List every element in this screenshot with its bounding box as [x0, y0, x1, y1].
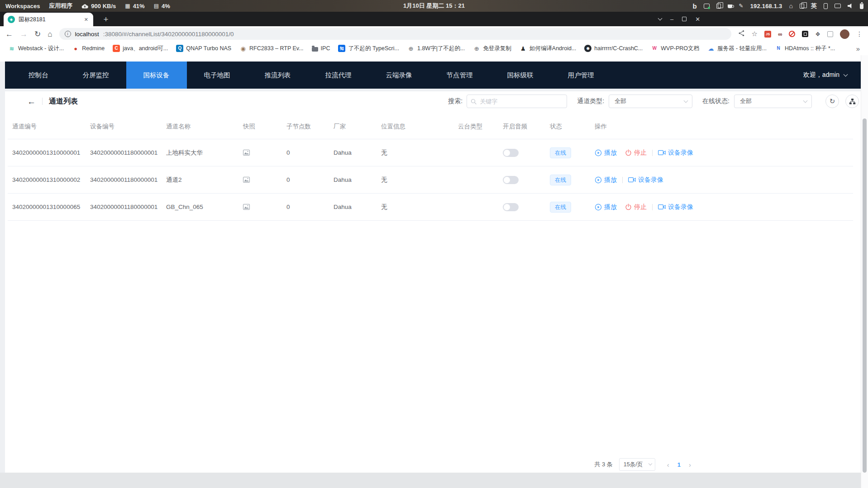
- js-extension-icon[interactable]: JS: [764, 31, 771, 38]
- page-size-select[interactable]: 15条/页: [619, 458, 655, 471]
- channel-type-select[interactable]: 全部: [609, 95, 692, 108]
- workspace-switcher-icon[interactable]: [800, 4, 804, 9]
- bookmark-label: 如何编译Android...: [529, 45, 577, 52]
- nav-item-3[interactable]: 国标设备: [126, 62, 187, 89]
- device-record-button[interactable]: 设备录像: [658, 203, 693, 211]
- new-tab-button[interactable]: +: [100, 14, 111, 25]
- window-close-button[interactable]: ✕: [695, 16, 700, 22]
- nav-item-4[interactable]: 电子地图: [187, 62, 248, 89]
- share-icon[interactable]: [738, 30, 745, 38]
- snapshot-icon[interactable]: [243, 204, 250, 210]
- bookmark-item[interactable]: Cjava、android可...: [109, 43, 172, 54]
- phone-link-icon[interactable]: [824, 3, 828, 9]
- bookmark-star-icon[interactable]: ☆: [752, 30, 758, 38]
- tab-close-button[interactable]: ✕: [83, 17, 89, 23]
- nav-item-8[interactable]: 节点管理: [429, 62, 490, 89]
- bing-tray-icon[interactable]: b: [692, 3, 696, 9]
- volume-icon[interactable]: [848, 4, 853, 9]
- url-bar[interactable]: i localhost:38080/#/channelList/34020000…: [59, 28, 731, 40]
- table-row: 3402000000131000006534020000001180000001…: [8, 194, 853, 221]
- scrollbar-thumb[interactable]: [863, 118, 867, 473]
- prev-page-button[interactable]: ‹: [663, 461, 674, 469]
- profile-avatar[interactable]: [840, 29, 849, 39]
- play-button[interactable]: 播放: [595, 203, 617, 211]
- screenshot-tray-icon[interactable]: [704, 4, 710, 9]
- nav-item-5[interactable]: 推流列表: [248, 62, 308, 89]
- nav-item-10[interactable]: 用户管理: [551, 62, 611, 89]
- snapshot-icon[interactable]: [243, 177, 250, 183]
- back-button[interactable]: ←: [5, 30, 13, 38]
- restore-button[interactable]: [682, 17, 687, 21]
- audio-toggle[interactable]: [503, 203, 519, 211]
- manufacturer: Dahua: [334, 204, 352, 210]
- bookmark-item[interactable]: IPC: [308, 44, 334, 53]
- back-arrow-button[interactable]: ←: [27, 97, 36, 106]
- tree-view-button[interactable]: [845, 95, 859, 108]
- input-method-indicator[interactable]: 英: [811, 2, 817, 10]
- forward-button[interactable]: →: [20, 30, 28, 38]
- user-menu[interactable]: 欢迎，admin: [803, 62, 861, 89]
- browser-home-button[interactable]: ⌂: [48, 30, 52, 38]
- site-info-icon[interactable]: i: [65, 31, 71, 37]
- bookmark-item[interactable]: ☁服务器 - 轻量应用...: [704, 43, 770, 54]
- stop-button[interactable]: 停止: [625, 203, 647, 211]
- bookmark-item[interactable]: NHDAtmos :: 种子 *...: [771, 43, 839, 54]
- device-record-button[interactable]: 设备录像: [628, 176, 663, 184]
- workspaces-button[interactable]: Workspaces: [5, 3, 40, 9]
- play-button[interactable]: 播放: [595, 176, 617, 184]
- search-input[interactable]: [480, 98, 563, 105]
- stop-label: 停止: [634, 203, 647, 211]
- channel-id: 34020000001310000065: [12, 204, 80, 210]
- caffeine-tray-icon[interactable]: [728, 5, 732, 8]
- bookmark-item[interactable]: ♟如何编译Android...: [516, 43, 580, 54]
- welcome-text: 欢迎，admin: [803, 71, 839, 79]
- bookmark-item[interactable]: ●Redmine: [68, 43, 108, 53]
- play-button[interactable]: 播放: [595, 149, 617, 157]
- current-page[interactable]: 1: [674, 461, 684, 468]
- home-tray-icon[interactable]: ⌂: [789, 2, 793, 9]
- darkreader-extension-icon[interactable]: [802, 31, 808, 37]
- color-picker-tray-icon[interactable]: ✎: [739, 3, 744, 9]
- nav-item-7[interactable]: 云端录像: [369, 62, 429, 89]
- audio-toggle[interactable]: [503, 149, 519, 157]
- stop-button[interactable]: 停止: [625, 149, 647, 157]
- refresh-button[interactable]: ↻: [825, 95, 839, 108]
- browser-menu-icon[interactable]: ⋮: [856, 30, 863, 38]
- adblock-extension-icon[interactable]: [789, 31, 795, 37]
- bookmarks-overflow-button[interactable]: »: [853, 45, 863, 52]
- bookmark-item[interactable]: ◉RFC2833 – RTP Ev...: [236, 43, 307, 53]
- reload-button[interactable]: ↻: [34, 30, 41, 38]
- nav-item-1[interactable]: 控制台: [11, 62, 66, 89]
- qnap-icon: Q: [176, 45, 183, 52]
- battery-icon[interactable]: [860, 3, 863, 9]
- snapshot-icon[interactable]: [243, 150, 250, 156]
- ip-address-indicator[interactable]: 192.168.1.3: [750, 3, 782, 9]
- bookmark-item[interactable]: 知了不起的 TypeScri...: [334, 43, 403, 54]
- applications-menu[interactable]: 应用程序: [49, 2, 72, 10]
- extensions-puzzle-icon[interactable]: ❖: [815, 31, 820, 38]
- bookmark-item[interactable]: ≋Webstack - 设计...: [5, 43, 67, 54]
- toggle-knob: [504, 177, 510, 183]
- bookmark-item[interactable]: ⊕免登录复制: [469, 43, 515, 54]
- column-header-label: 操作: [595, 123, 607, 131]
- tab-manager-extension-icon[interactable]: [827, 31, 833, 37]
- minimize-button[interactable]: –: [670, 16, 673, 22]
- display-icon[interactable]: [835, 4, 841, 8]
- bookmark-item[interactable]: WWVP-PRO文档: [647, 43, 703, 54]
- next-page-button[interactable]: ›: [684, 461, 696, 469]
- online-status-select[interactable]: 全部: [734, 95, 812, 108]
- clipboard-tray-icon[interactable]: [716, 4, 721, 9]
- proxy-extension-icon[interactable]: ∞: [778, 31, 782, 38]
- nav-item-6[interactable]: 拉流代理: [308, 62, 369, 89]
- bookmark-item[interactable]: ⊕1.8W字|了不起的...: [404, 43, 468, 54]
- play-label: 播放: [604, 203, 617, 211]
- device-record-button[interactable]: 设备录像: [658, 149, 693, 157]
- nav-item-2[interactable]: 分屏监控: [66, 62, 126, 89]
- bookmark-item[interactable]: ☻hairrrrr/C-CrashC...: [581, 43, 646, 53]
- audio-toggle[interactable]: [503, 176, 519, 184]
- tab-search-chevron-icon[interactable]: [658, 16, 663, 20]
- bookmark-item[interactable]: QQNAP Turbo NAS: [172, 43, 235, 53]
- nav-item-9[interactable]: 国标级联: [490, 62, 551, 89]
- column-header: 云台类型: [453, 114, 498, 139]
- browser-tab[interactable]: ◈ 国标28181 ✕: [4, 13, 93, 26]
